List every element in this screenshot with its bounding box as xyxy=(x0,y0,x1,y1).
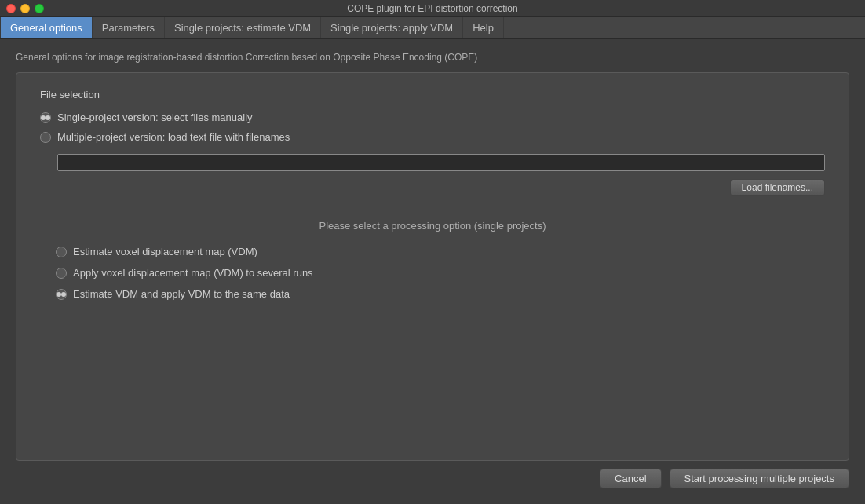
description-text: General options for image registration-b… xyxy=(16,52,849,63)
processing-radio-group: Estimate voxel displacement map (VDM) Ap… xyxy=(40,246,825,300)
radio-apply-vdm-input[interactable] xyxy=(56,268,67,279)
close-button[interactable] xyxy=(6,4,16,13)
radio-multiple-project[interactable]: Multiple-project version: load text file… xyxy=(40,131,825,143)
radio-single-project[interactable]: Single-project version: select files man… xyxy=(40,111,825,123)
tab-help[interactable]: Help xyxy=(463,17,504,38)
tab-single-projects-estimate-vdm[interactable]: Single projects: estimate VDM xyxy=(165,17,321,38)
file-selection-radio-group: Single-project version: select files man… xyxy=(40,111,825,143)
load-filenames-button[interactable]: Load filenames... xyxy=(730,179,825,196)
load-button-row: Load filenames... xyxy=(57,179,825,196)
filename-input-row xyxy=(57,154,825,171)
tab-bar: General options Parameters Single projec… xyxy=(0,17,865,39)
radio-estimate-apply-vdm[interactable]: Estimate VDM and apply VDM to the same d… xyxy=(56,288,825,300)
main-content: General options for image registration-b… xyxy=(0,39,865,504)
cancel-button[interactable]: Cancel xyxy=(600,469,661,488)
tab-general-options[interactable]: General options xyxy=(0,17,93,38)
bottom-bar: Cancel Start processing multiple project… xyxy=(16,461,849,491)
radio-multiple-project-input[interactable] xyxy=(40,132,51,143)
content-panel: File selection Single-project version: s… xyxy=(16,72,849,461)
radio-single-project-label: Single-project version: select files man… xyxy=(57,111,253,123)
processing-options-label: Please select a processing option (singl… xyxy=(40,220,825,232)
radio-estimate-vdm-input[interactable] xyxy=(56,247,67,257)
minimize-button[interactable] xyxy=(20,4,30,13)
maximize-button[interactable] xyxy=(35,4,44,13)
filename-input[interactable] xyxy=(57,154,825,171)
radio-apply-vdm[interactable]: Apply voxel displacement map (VDM) to se… xyxy=(56,267,825,279)
traffic-lights xyxy=(6,4,44,13)
start-processing-button[interactable]: Start processing multiple projects xyxy=(670,469,849,488)
tab-parameters[interactable]: Parameters xyxy=(93,17,165,38)
radio-estimate-vdm[interactable]: Estimate voxel displacement map (VDM) xyxy=(56,246,825,257)
radio-estimate-apply-vdm-label: Estimate VDM and apply VDM to the same d… xyxy=(73,288,290,300)
window-title: COPE plugin for EPI distortion correctio… xyxy=(347,3,517,14)
radio-multiple-project-label: Multiple-project version: load text file… xyxy=(57,131,290,143)
radio-estimate-apply-vdm-input[interactable] xyxy=(56,289,67,300)
radio-single-project-input[interactable] xyxy=(40,112,51,123)
file-selection-title: File selection xyxy=(40,89,825,100)
radio-apply-vdm-label: Apply voxel displacement map (VDM) to se… xyxy=(73,267,313,279)
tab-single-projects-apply-vdm[interactable]: Single projects: apply VDM xyxy=(321,17,463,38)
radio-estimate-vdm-label: Estimate voxel displacement map (VDM) xyxy=(73,246,257,257)
title-bar: COPE plugin for EPI distortion correctio… xyxy=(0,0,865,17)
